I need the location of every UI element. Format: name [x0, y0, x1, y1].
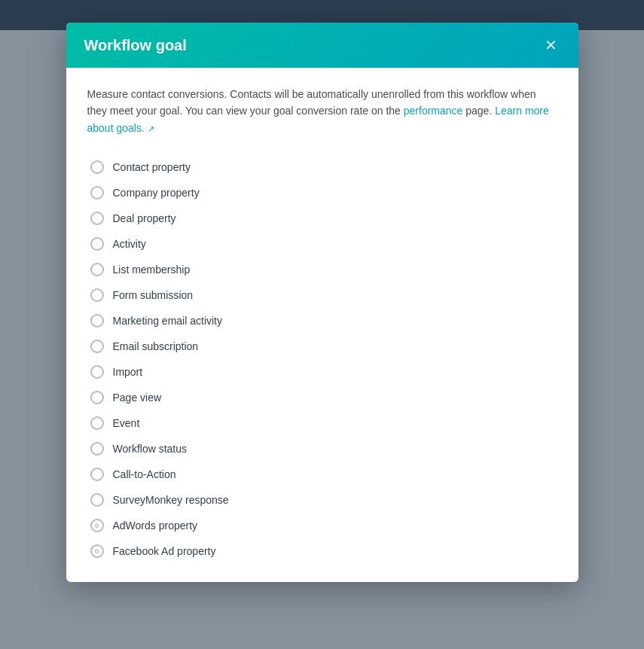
modal-close-button[interactable]: ✕ — [542, 36, 560, 54]
description-text-2: page. — [465, 105, 495, 117]
modal-overlay: Workflow goal ✕ Measure contact conversi… — [0, 0, 644, 649]
radio-outer-contact-property — [90, 160, 104, 174]
radio-outer-import — [90, 365, 104, 379]
option-item-workflow-status[interactable]: Workflow status — [87, 436, 557, 462]
option-label-list-membership: List membership — [113, 264, 191, 276]
option-item-list-membership[interactable]: List membership — [87, 257, 557, 282]
option-item-marketing-email-activity[interactable]: Marketing email activity — [87, 308, 557, 334]
option-item-deal-property[interactable]: Deal property — [87, 206, 557, 231]
modal-title: Workflow goal — [84, 37, 187, 54]
external-link-icon: ↗ — [148, 124, 154, 133]
radio-outer-surveymonkey-response — [90, 493, 104, 507]
option-label-page-view: Page view — [113, 392, 162, 404]
option-label-call-to-action: Call-to-Action — [113, 468, 176, 480]
radio-outer-page-view — [90, 391, 104, 404]
radio-outer-deal-property — [90, 212, 104, 225]
option-item-email-subscription[interactable]: Email subscription — [87, 334, 557, 359]
option-item-activity[interactable]: Activity — [87, 231, 557, 257]
radio-outer-email-subscription — [90, 340, 104, 353]
option-item-form-submission[interactable]: Form submission — [87, 282, 557, 308]
modal-body: Measure contact conversions. Contacts wi… — [66, 68, 578, 582]
option-label-email-subscription: Email subscription — [113, 340, 199, 352]
option-item-facebook-ad-property[interactable]: ⚙Facebook Ad property — [87, 538, 557, 564]
radio-outer-workflow-status — [90, 442, 104, 456]
radio-outer-company-property — [90, 186, 104, 200]
option-label-surveymonkey-response: SurveyMonkey response — [113, 494, 229, 506]
option-item-call-to-action[interactable]: Call-to-Action — [87, 462, 557, 487]
option-item-page-view[interactable]: Page view — [87, 385, 557, 410]
radio-outer-event — [90, 416, 104, 430]
radio-outer-adwords-property: ⚙ — [90, 519, 104, 532]
option-label-deal-property: Deal property — [113, 212, 176, 224]
options-list: Contact propertyCompany propertyDeal pro… — [87, 154, 557, 564]
workflow-goal-modal: Workflow goal ✕ Measure contact conversi… — [66, 23, 578, 582]
option-label-marketing-email-activity: Marketing email activity — [113, 315, 223, 327]
performance-link[interactable]: performance — [404, 105, 463, 117]
modal-header: Workflow goal ✕ — [66, 23, 578, 68]
option-label-activity: Activity — [113, 238, 146, 250]
option-item-import[interactable]: Import — [87, 359, 557, 385]
radio-inner-icon-facebook-ad-property: ⚙ — [93, 547, 101, 555]
radio-outer-marketing-email-activity — [90, 314, 104, 328]
modal-description: Measure contact conversions. Contacts wi… — [87, 86, 557, 136]
option-item-event[interactable]: Event — [87, 410, 557, 436]
option-label-company-property: Company property — [113, 187, 200, 199]
option-label-contact-property: Contact property — [113, 161, 191, 173]
option-label-workflow-status: Workflow status — [113, 443, 188, 455]
option-label-form-submission: Form submission — [113, 289, 194, 301]
option-label-facebook-ad-property: Facebook Ad property — [113, 545, 216, 557]
option-label-event: Event — [113, 417, 140, 429]
option-item-adwords-property[interactable]: ⚙AdWords property — [87, 513, 557, 538]
radio-outer-list-membership — [90, 263, 104, 276]
option-label-import: Import — [113, 366, 143, 378]
option-item-surveymonkey-response[interactable]: SurveyMonkey response — [87, 487, 557, 513]
radio-inner-icon-adwords-property: ⚙ — [93, 522, 101, 529]
option-label-adwords-property: AdWords property — [113, 520, 198, 532]
option-item-contact-property[interactable]: Contact property — [87, 154, 557, 180]
radio-outer-activity — [90, 237, 104, 251]
option-item-company-property[interactable]: Company property — [87, 180, 557, 206]
radio-outer-call-to-action — [90, 468, 104, 481]
radio-outer-form-submission — [90, 288, 104, 302]
radio-outer-facebook-ad-property: ⚙ — [90, 544, 104, 558]
